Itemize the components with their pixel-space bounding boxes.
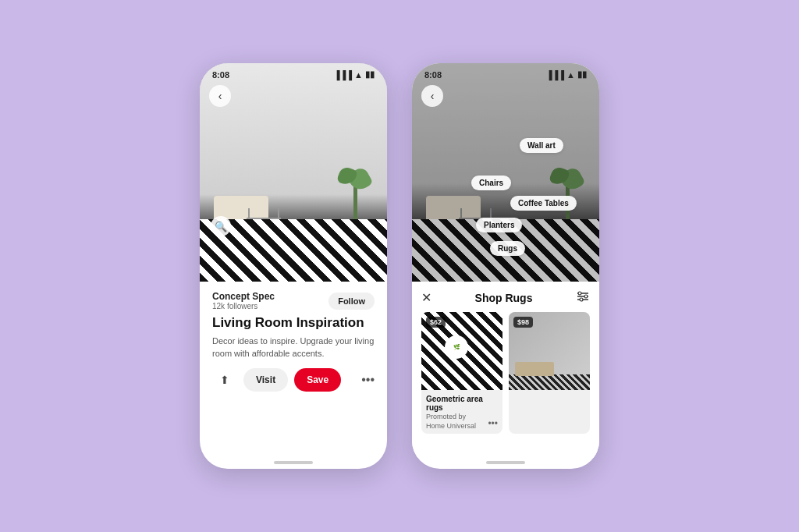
phone-1: 8:08 ▐▐▐ ▲ ▮▮ ‹ 🔍 Concep bbox=[200, 63, 387, 469]
table-leg-left bbox=[248, 208, 250, 219]
more-options-button[interactable]: ••• bbox=[361, 373, 375, 387]
pin-image-1: ‹ 🔍 bbox=[200, 63, 387, 282]
visit-button[interactable]: Visit bbox=[243, 368, 288, 392]
status-bar-2: 8:08 ▐▐▐ ▲ ▮▮ bbox=[412, 63, 599, 83]
tag-chairs[interactable]: Chairs bbox=[471, 176, 511, 190]
back-arrow-icon-1: ‹ bbox=[218, 90, 222, 102]
shop-header: ✕ Shop Rugs bbox=[421, 289, 590, 306]
table-leg-right bbox=[278, 208, 279, 219]
signal-icon: ▐▐▐ bbox=[334, 70, 352, 80]
pin-description: Decor ideas to inspire. Upgrade your liv… bbox=[212, 335, 375, 360]
shop-panel: ✕ Shop Rugs 🌿 $62 bbox=[412, 282, 599, 458]
user-details: Concept Spec 12k followers bbox=[212, 291, 275, 310]
back-button-2[interactable]: ‹ bbox=[421, 85, 443, 107]
wifi-icon-2: ▲ bbox=[566, 70, 575, 80]
tag-coffee-tables[interactable]: Coffee Tables bbox=[510, 196, 577, 211]
back-arrow-icon-2: ‹ bbox=[431, 90, 435, 102]
save-button[interactable]: Save bbox=[294, 368, 341, 392]
pin-info-1: Concept Spec 12k followers Follow Living… bbox=[200, 282, 387, 458]
phone-2: 8:08 ▐▐▐ ▲ ▮▮ ‹ Wall art Chairs bbox=[412, 63, 599, 469]
room-sofa-mini bbox=[515, 362, 554, 376]
wifi-icon: ▲ bbox=[354, 70, 363, 80]
room-rug-mini bbox=[509, 374, 590, 390]
product-name-1: Geometric area rugs bbox=[426, 395, 498, 412]
user-name: Concept Spec bbox=[212, 291, 275, 302]
home-indicator-2 bbox=[486, 461, 525, 464]
product-card-rug2[interactable]: $98 bbox=[509, 312, 590, 434]
home-indicator-1 bbox=[274, 461, 313, 464]
shop-filter-button[interactable] bbox=[576, 289, 590, 306]
share-button[interactable]: ⬆ bbox=[212, 367, 237, 392]
user-row: Concept Spec 12k followers Follow bbox=[212, 291, 375, 310]
pin-title: Living Room Inspiration bbox=[212, 315, 375, 331]
tag-planters[interactable]: Planters bbox=[476, 218, 522, 232]
tag-rugs[interactable]: Rugs bbox=[490, 241, 525, 256]
product-sub-1: Promoted byHome Universal bbox=[426, 413, 498, 431]
rug-item-icon: 🌿 bbox=[445, 335, 468, 359]
status-icons-1: ▐▐▐ ▲ ▮▮ bbox=[334, 69, 375, 80]
shop-close-button[interactable]: ✕ bbox=[421, 290, 431, 305]
product-price-2: $98 bbox=[513, 317, 533, 328]
shop-products-list: 🌿 $62 Geometric area rugs Promoted byHom… bbox=[421, 312, 590, 434]
lens-button[interactable]: 🔍 bbox=[211, 216, 231, 236]
time-display-1: 8:08 bbox=[212, 70, 229, 80]
user-followers: 12k followers bbox=[212, 302, 275, 310]
svg-point-5 bbox=[580, 298, 583, 301]
follow-button[interactable]: Follow bbox=[328, 293, 375, 310]
status-bar-1: 8:08 ▐▐▐ ▲ ▮▮ bbox=[200, 63, 387, 83]
svg-point-4 bbox=[584, 295, 588, 298]
tag-wall-art[interactable]: Wall art bbox=[520, 138, 563, 153]
status-icons-2: ▐▐▐ ▲ ▮▮ bbox=[546, 69, 587, 80]
pin-image-2: ‹ Wall art Chairs Coffee Tables Planters… bbox=[412, 63, 599, 282]
svg-point-3 bbox=[578, 292, 581, 295]
action-row: ⬆ Visit Save ••• bbox=[212, 367, 375, 392]
battery-icon: ▮▮ bbox=[365, 69, 375, 80]
product-more-button-1[interactable]: ••• bbox=[488, 418, 498, 429]
product-card-rug1[interactable]: 🌿 $62 Geometric area rugs Promoted byHom… bbox=[421, 312, 502, 434]
battery-icon-2: ▮▮ bbox=[577, 69, 587, 80]
back-button-1[interactable]: ‹ bbox=[209, 85, 231, 107]
shop-title: Shop Rugs bbox=[475, 292, 533, 304]
time-display-2: 8:08 bbox=[424, 70, 442, 80]
product-price-1: $62 bbox=[426, 317, 446, 328]
signal-icon-2: ▐▐▐ bbox=[546, 70, 564, 80]
